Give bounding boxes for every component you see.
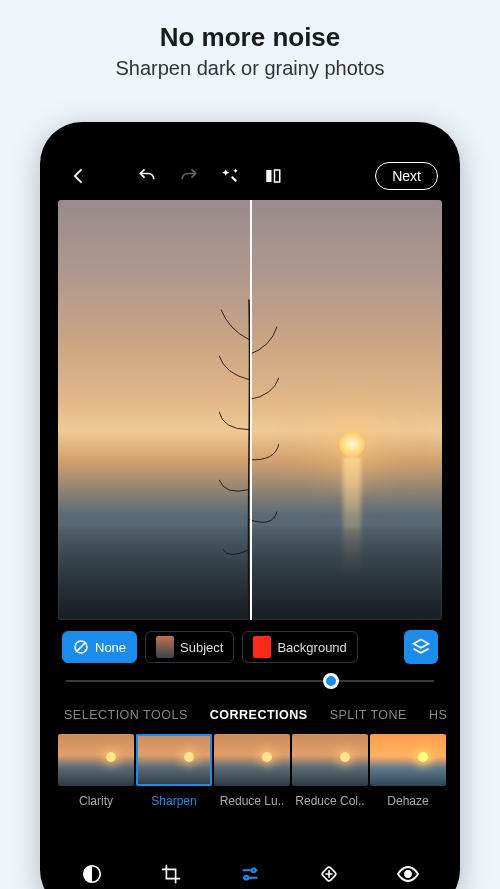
svg-rect-0	[266, 170, 271, 182]
thumb-sharpen[interactable]: Sharpen	[136, 734, 212, 808]
nav-heal[interactable]	[306, 854, 352, 889]
thumb-dehaze-image	[370, 734, 446, 786]
nav-adjust[interactable]	[227, 854, 273, 889]
correction-thumbnails: Clarity Sharpen Reduce Lu.. Reduce Col..…	[52, 730, 448, 808]
thumb-sharpen-image	[136, 734, 212, 786]
top-toolbar: Next	[52, 156, 448, 196]
thumb-reduce-lum-image	[214, 734, 290, 786]
heal-icon	[318, 863, 340, 885]
thumb-reduce-color[interactable]: Reduce Col..	[292, 734, 368, 808]
mask-none-chip[interactable]: None	[62, 631, 137, 663]
nav-crop[interactable]	[148, 854, 194, 889]
svg-rect-1	[275, 170, 280, 182]
nav-redeye[interactable]	[385, 854, 431, 889]
category-tabs: SELECTION TOOLS CORRECTIONS SPLIT TONE H…	[52, 698, 448, 730]
thumb-clarity-image	[58, 734, 134, 786]
crop-icon	[160, 863, 182, 885]
svg-point-7	[405, 871, 411, 877]
thumb-sharpen-label: Sharpen	[136, 794, 212, 808]
redo-button[interactable]	[172, 159, 206, 193]
mask-none-label: None	[95, 640, 126, 655]
thumb-dehaze-label: Dehaze	[370, 794, 446, 808]
slider-track	[66, 680, 434, 682]
back-button[interactable]	[62, 159, 96, 193]
thumb-dehaze[interactable]: Dehaze	[370, 734, 446, 808]
photo-noise-before	[58, 200, 250, 620]
bottom-nav	[52, 848, 448, 889]
photo-preview[interactable]	[58, 200, 442, 620]
mask-background-label: Background	[277, 640, 346, 655]
mask-subject-chip[interactable]: Subject	[145, 631, 234, 663]
promo-subtitle: Sharpen dark or grainy photos	[0, 57, 500, 80]
mask-subject-label: Subject	[180, 640, 223, 655]
none-icon	[73, 639, 89, 655]
tab-selection-tools[interactable]: SELECTION TOOLS	[64, 708, 188, 722]
layers-button[interactable]	[404, 630, 438, 664]
svg-point-4	[252, 869, 256, 873]
layers-icon	[411, 637, 431, 657]
next-button[interactable]: Next	[375, 162, 438, 190]
mask-background-chip[interactable]: Background	[242, 631, 357, 663]
tab-split-tone[interactable]: SPLIT TONE	[330, 708, 407, 722]
tab-hsl[interactable]: HSL	[429, 708, 448, 722]
thumb-reduce-lum-label: Reduce Lu..	[214, 794, 290, 808]
compare-divider[interactable]	[250, 200, 252, 620]
looks-icon	[81, 863, 103, 885]
adjust-sliders-icon	[239, 863, 261, 885]
tab-corrections[interactable]: CORRECTIONS	[210, 708, 308, 722]
phone-frame: Next	[40, 122, 460, 889]
thumb-reduce-col-image	[292, 734, 368, 786]
compare-button[interactable]	[256, 159, 290, 193]
nav-looks[interactable]	[69, 854, 115, 889]
thumb-clarity[interactable]: Clarity	[58, 734, 134, 808]
thumb-reduce-col-label: Reduce Col..	[292, 794, 368, 808]
svg-point-5	[244, 876, 248, 880]
promo-title: No more noise	[0, 22, 500, 53]
undo-button[interactable]	[130, 159, 164, 193]
mask-selector-row: None Subject Background	[52, 620, 448, 670]
slider-thumb[interactable]	[323, 673, 339, 689]
adjustment-slider[interactable]	[52, 670, 448, 698]
thumb-reduce-luminance[interactable]: Reduce Lu..	[214, 734, 290, 808]
auto-enhance-button[interactable]	[214, 159, 248, 193]
background-thumb-icon	[253, 636, 271, 658]
subject-thumb-icon	[156, 636, 174, 658]
app-screen: Next	[52, 156, 448, 889]
thumb-clarity-label: Clarity	[58, 794, 134, 808]
eye-icon	[396, 862, 420, 886]
